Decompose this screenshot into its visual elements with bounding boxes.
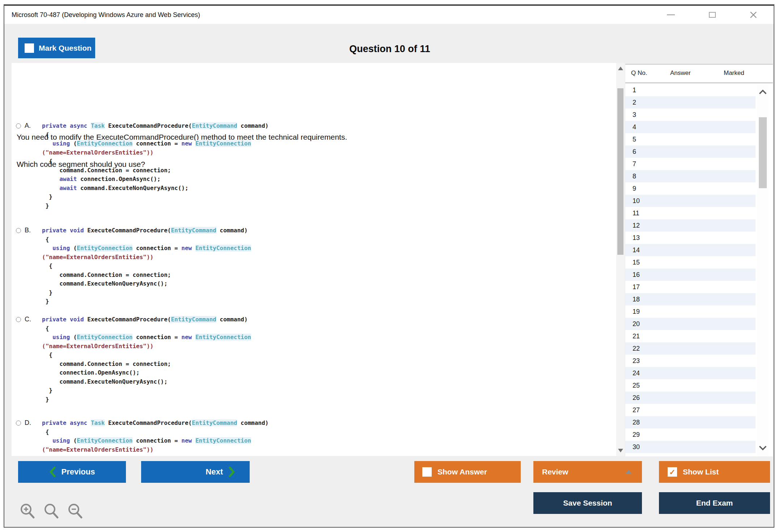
question-panel: You need to modify the ExecuteCommandPro… <box>12 63 616 456</box>
show-list-label: Show List <box>683 468 719 476</box>
zoom-out-icon[interactable] <box>67 502 84 520</box>
code-segment: private async Task ExecuteCommandProcedu… <box>42 419 269 454</box>
zoom-in-icon[interactable] <box>19 502 36 520</box>
question-list-row-2[interactable]: 2 <box>625 96 756 109</box>
question-list-row-26[interactable]: 26 <box>625 392 756 404</box>
question-scrollbar[interactable] <box>616 63 625 456</box>
question-list-row-17[interactable]: 17 <box>625 281 756 293</box>
maximize-icon[interactable] <box>709 12 716 18</box>
question-list-row-3[interactable]: 3 <box>625 109 756 121</box>
radio-button[interactable] <box>16 123 21 128</box>
scrollbar-thumb[interactable] <box>617 88 623 255</box>
question-list-row-25[interactable]: 25 <box>625 379 756 392</box>
question-list-row-1[interactable]: 1 <box>625 84 756 96</box>
option-letter: C. <box>25 315 37 323</box>
answer-option-c[interactable]: C.private void ExecuteCommandProcedure(E… <box>16 315 251 404</box>
show-answer-label: Show Answer <box>437 468 487 476</box>
question-list-row-13[interactable]: 13 <box>625 232 756 244</box>
column-header-marked: Marked <box>724 69 744 77</box>
question-list-row-16[interactable]: 16 <box>625 269 756 281</box>
list-scrollbar-thumb[interactable] <box>759 117 767 188</box>
option-letter: B. <box>25 226 37 234</box>
question-list-row-15[interactable]: 15 <box>625 256 756 269</box>
question-list-scrollbar[interactable] <box>757 84 769 456</box>
collapse-up-icon <box>625 470 632 474</box>
scroll-down-icon[interactable] <box>618 449 623 452</box>
end-exam-button[interactable]: End Exam <box>659 492 770 514</box>
previous-label: Previous <box>62 467 95 477</box>
save-session-button[interactable]: Save Session <box>533 492 642 514</box>
question-list-row-21[interactable]: 21 <box>625 330 756 342</box>
window-controls <box>660 6 765 24</box>
show-list-button[interactable]: ✓ Show List <box>659 461 770 483</box>
answer-option-b[interactable]: B.private void ExecuteCommandProcedure(E… <box>16 226 251 306</box>
answer-option-d[interactable]: D.private async Task ExecuteCommandProce… <box>16 419 269 454</box>
question-list-row-4[interactable]: 4 <box>625 121 756 133</box>
question-list-row-9[interactable]: 9 <box>625 182 756 195</box>
title-bar: Microsoft 70-487 (Developing Windows Azu… <box>4 6 774 24</box>
question-counter: Question 10 of 11 <box>4 43 775 55</box>
option-letter: A. <box>25 122 37 130</box>
radio-button[interactable] <box>16 228 21 233</box>
radio-button[interactable] <box>16 421 21 426</box>
check-icon: ✓ <box>669 468 676 476</box>
previous-button[interactable]: Previous <box>18 461 126 483</box>
question-list-panel: Q No. Answer Marked 12345678910111213141… <box>625 64 773 456</box>
question-list-row-24[interactable]: 24 <box>625 367 756 379</box>
question-list-row-8[interactable]: 8 <box>625 170 756 182</box>
review-button[interactable]: Review <box>533 461 642 483</box>
chevron-right-icon <box>229 466 235 477</box>
next-button[interactable]: Next <box>141 461 250 483</box>
column-header-qno: Q No. <box>631 69 647 77</box>
code-segment: private void ExecuteCommandProcedure(Ent… <box>42 226 251 306</box>
show-list-checkbox[interactable]: ✓ <box>668 467 677 477</box>
exam-window: Microsoft 70-487 (Developing Windows Azu… <box>4 4 774 528</box>
scroll-up-icon[interactable] <box>618 67 623 70</box>
show-answer-checkbox[interactable] <box>422 467 432 477</box>
answer-option-a[interactable]: A.private async Task ExecuteCommandProce… <box>16 122 269 210</box>
chevron-left-icon <box>49 466 56 477</box>
column-header-answer: Answer <box>670 69 691 77</box>
list-scroll-down-icon[interactable] <box>758 445 767 451</box>
close-icon[interactable] <box>749 11 757 19</box>
question-list-row-23[interactable]: 23 <box>625 355 756 367</box>
review-label: Review <box>542 468 568 476</box>
minimize-icon[interactable] <box>667 14 675 15</box>
list-scroll-up-icon[interactable] <box>758 89 767 95</box>
next-label: Next <box>206 467 223 477</box>
zoom-toolbar <box>19 502 84 520</box>
radio-button[interactable] <box>16 317 21 322</box>
question-list-rows: 1234567891011121314151617181920212223242… <box>625 84 756 453</box>
option-letter: D. <box>25 419 37 427</box>
question-list-row-27[interactable]: 27 <box>625 404 756 416</box>
show-answer-button[interactable]: Show Answer <box>414 461 521 483</box>
question-list-row-10[interactable]: 10 <box>625 195 756 207</box>
question-list-row-22[interactable]: 22 <box>625 342 756 355</box>
magnifier-icon[interactable] <box>43 502 60 520</box>
question-list-row-14[interactable]: 14 <box>625 244 756 256</box>
question-list-row-20[interactable]: 20 <box>625 318 756 330</box>
question-list-row-6[interactable]: 6 <box>625 145 756 158</box>
code-segment: private void ExecuteCommandProcedure(Ent… <box>42 315 251 404</box>
save-session-label: Save Session <box>563 499 612 507</box>
question-list-row-28[interactable]: 28 <box>625 416 756 428</box>
question-list-row-29[interactable]: 29 <box>625 428 756 441</box>
question-list-row-11[interactable]: 11 <box>625 207 756 219</box>
question-list-row-5[interactable]: 5 <box>625 133 756 145</box>
code-segment: private async Task ExecuteCommandProcedu… <box>42 122 269 210</box>
question-list-row-7[interactable]: 7 <box>625 158 756 170</box>
question-list-row-12[interactable]: 12 <box>625 219 756 232</box>
question-list-row-30[interactable]: 30 <box>625 441 756 453</box>
question-list-row-19[interactable]: 19 <box>625 305 756 318</box>
end-exam-label: End Exam <box>696 499 733 507</box>
question-list-row-18[interactable]: 18 <box>625 293 756 305</box>
window-title: Microsoft 70-487 (Developing Windows Azu… <box>12 6 200 24</box>
question-list-header: Q No. Answer Marked <box>625 64 773 83</box>
